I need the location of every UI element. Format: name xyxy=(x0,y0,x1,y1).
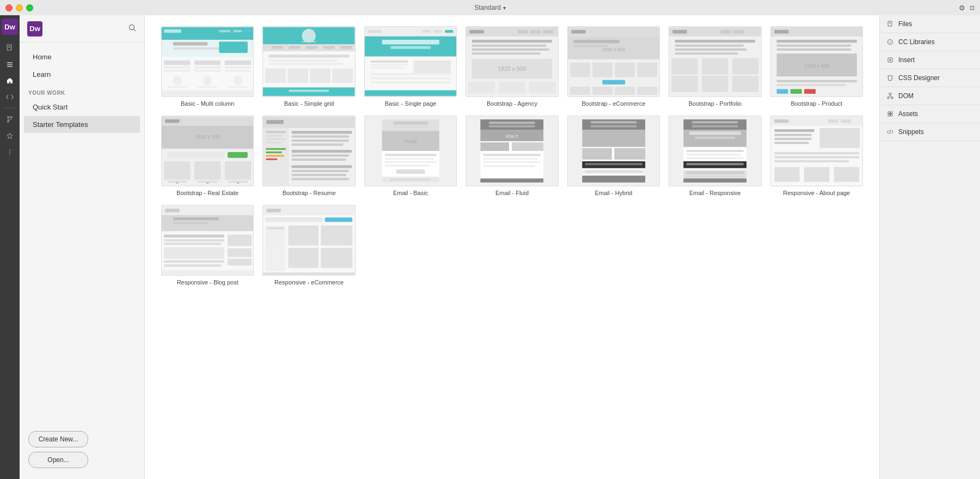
template-thumb-bootstrap-portfolio[interactable] xyxy=(669,26,761,97)
template-thumb-basic-simple-grid[interactable] xyxy=(262,26,355,97)
svg-rect-106 xyxy=(615,87,635,95)
icon-bar-more[interactable] xyxy=(2,144,18,160)
svg-rect-24 xyxy=(219,41,248,53)
svg-rect-165 xyxy=(292,136,349,138)
right-panel-item-files[interactable]: Files xyxy=(880,15,980,33)
titlebar-extra-icon: ⊡ xyxy=(970,4,975,11)
template-thumb-bootstrap-real-estate[interactable]: 1920 x 500 xyxy=(161,116,254,186)
template-thumb-basic-single-page[interactable] xyxy=(364,26,457,97)
svg-rect-220 xyxy=(692,125,738,128)
right-panel-item-insert[interactable]: Insert xyxy=(880,51,980,69)
svg-rect-222 xyxy=(689,131,741,135)
svg-rect-51 xyxy=(269,54,349,57)
create-new-button[interactable]: Create New... xyxy=(28,431,88,447)
template-card-basic-simple-grid[interactable]: Basic - Simple grid xyxy=(262,26,355,107)
svg-rect-262 xyxy=(228,248,252,257)
right-panel-item-dom[interactable]: DOM xyxy=(880,87,980,105)
svg-rect-178 xyxy=(393,122,427,124)
svg-line-14 xyxy=(134,29,136,32)
sidebar-item-learn[interactable]: Learn xyxy=(24,66,140,83)
svg-rect-117 xyxy=(671,58,697,74)
right-panel-dom-label: DOM xyxy=(898,92,914,100)
right-panel-item-snippets[interactable]: Snippets xyxy=(880,123,980,141)
template-card-email-hybrid[interactable]: Email - Hybrid xyxy=(567,116,660,196)
settings-icon[interactable]: ⚙ xyxy=(959,4,965,12)
template-thumb-bootstrap-product[interactable]: 1200 x 460 xyxy=(770,26,863,97)
template-card-basic-single-page[interactable]: Basic - Single page xyxy=(364,26,457,107)
svg-rect-133 xyxy=(776,89,788,94)
search-icon[interactable] xyxy=(128,23,137,34)
template-thumb-bootstrap-ecommerce[interactable]: 1920 x 500 xyxy=(567,26,660,97)
template-thumb-responsive-blog-post[interactable] xyxy=(161,205,254,276)
template-card-bootstrap-agency[interactable]: 1920 x 500 Bootstrap - Agency xyxy=(465,26,558,107)
svg-rect-191 xyxy=(481,119,544,130)
template-card-responsive-blog-post[interactable]: Responsive - Blog post xyxy=(161,205,254,286)
svg-rect-38 xyxy=(198,86,217,88)
template-card-responsive-about-page[interactable]: Responsive - About page xyxy=(770,116,863,196)
svg-rect-269 xyxy=(325,217,353,222)
icon-bar-home[interactable] xyxy=(2,73,18,88)
template-card-basic-multi-column[interactable]: Basic - Multi column xyxy=(161,26,254,107)
template-thumb-email-fluid[interactable]: 60w tt xyxy=(465,116,558,186)
svg-rect-76 xyxy=(365,90,456,96)
template-card-bootstrap-ecommerce[interactable]: 1920 x 500 Boots xyxy=(567,26,660,107)
template-thumb-email-responsive[interactable] xyxy=(669,116,761,186)
right-panel: Files CC Libraries Insert CSS Designer D… xyxy=(879,15,980,479)
template-card-bootstrap-resume[interactable]: Bootstrap - Resume xyxy=(262,116,355,196)
icon-bar-code[interactable] xyxy=(2,89,18,105)
svg-rect-244 xyxy=(774,156,859,158)
template-name-email-responsive: Email - Responsive xyxy=(669,190,761,196)
template-card-bootstrap-product[interactable]: 1200 x 460 Bootstrap - Product xyxy=(770,26,863,107)
sidebar-item-starter-templates[interactable]: Starter Templates xyxy=(24,116,140,133)
template-card-bootstrap-portfolio[interactable]: Bootstrap - Portfolio xyxy=(669,26,761,107)
template-card-bootstrap-real-estate[interactable]: 1920 x 500 xyxy=(161,116,254,196)
template-card-responsive-ecommerce[interactable]: Responsive - eCommerce xyxy=(262,205,355,286)
svg-rect-16 xyxy=(162,27,253,40)
svg-rect-205 xyxy=(582,119,645,130)
svg-rect-25 xyxy=(164,60,190,65)
template-thumb-bootstrap-resume[interactable] xyxy=(262,116,355,186)
svg-rect-94 xyxy=(571,30,585,33)
svg-rect-276 xyxy=(289,226,319,246)
template-thumb-email-hybrid[interactable] xyxy=(567,116,660,186)
svg-rect-212 xyxy=(585,163,642,165)
svg-rect-272 xyxy=(267,231,283,233)
template-thumb-responsive-about-page[interactable] xyxy=(770,116,863,186)
icon-bar-git[interactable] xyxy=(2,112,18,127)
svg-rect-214 xyxy=(585,171,642,173)
icon-bar-layers[interactable] xyxy=(2,57,18,72)
template-thumb-basic-multi-column[interactable] xyxy=(161,26,254,97)
sidebar-item-home[interactable]: Home xyxy=(24,48,140,65)
svg-rect-224 xyxy=(687,150,744,152)
icon-bar-star[interactable] xyxy=(2,128,18,143)
titlebar-dropdown-icon[interactable]: ▾ xyxy=(503,5,506,11)
right-panel-snippets-label: Snippets xyxy=(898,128,924,136)
svg-rect-278 xyxy=(289,248,319,268)
right-panel-item-css-designer[interactable]: CSS Designer xyxy=(880,69,980,87)
svg-rect-31 xyxy=(225,60,251,65)
minimize-button[interactable] xyxy=(16,4,23,11)
template-thumb-bootstrap-agency[interactable]: 1920 x 500 xyxy=(465,26,558,97)
svg-rect-215 xyxy=(582,175,645,183)
svg-rect-138 xyxy=(165,119,179,123)
svg-rect-125 xyxy=(774,30,788,33)
svg-rect-198 xyxy=(483,154,541,156)
icon-bar-files[interactable] xyxy=(2,40,18,56)
template-thumb-email-basic[interactable]: Image xyxy=(364,116,457,186)
svg-rect-32 xyxy=(225,66,251,68)
close-button[interactable] xyxy=(5,4,13,11)
svg-rect-23 xyxy=(173,47,219,50)
svg-rect-30 xyxy=(194,70,220,72)
right-panel-item-cc-libraries[interactable]: CC Libraries xyxy=(880,33,980,51)
template-card-email-fluid[interactable]: 60w tt Email - Fluid xyxy=(465,116,558,196)
template-card-email-basic[interactable]: Image Email - Basic xyxy=(364,116,457,196)
svg-rect-289 xyxy=(887,97,889,99)
sidebar-item-quick-start[interactable]: Quick Start xyxy=(24,99,140,116)
template-card-email-responsive[interactable]: Email - Responsive xyxy=(669,116,761,196)
maximize-button[interactable] xyxy=(26,4,33,11)
open-button[interactable]: Open... xyxy=(28,452,88,468)
template-thumb-responsive-ecommerce[interactable] xyxy=(262,205,355,276)
svg-rect-80 xyxy=(518,30,528,33)
svg-rect-259 xyxy=(164,260,224,263)
right-panel-item-assets[interactable]: Assets xyxy=(880,105,980,123)
